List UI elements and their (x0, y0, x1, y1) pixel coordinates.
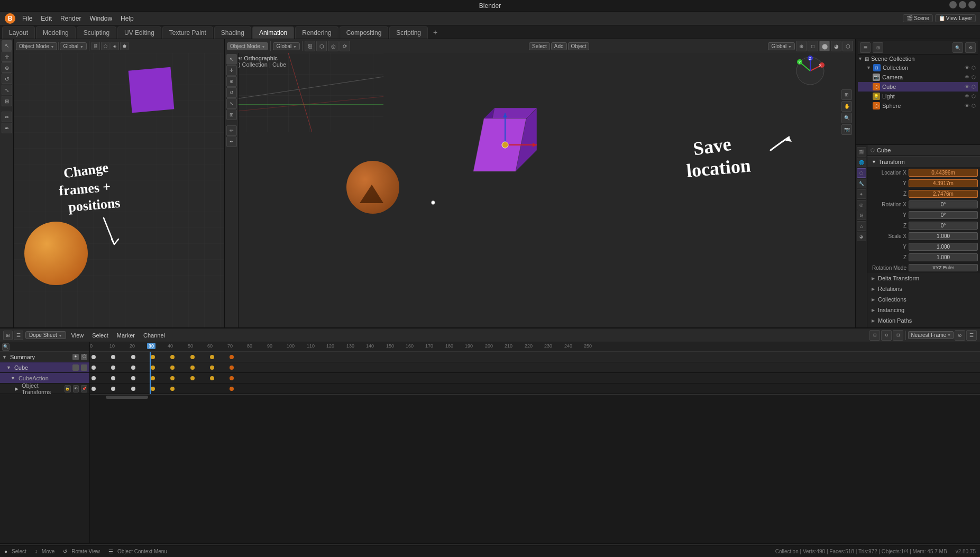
outliner-search-btn[interactable]: 🔍 (952, 42, 963, 53)
outliner-view-btn[interactable]: ☰ (860, 42, 871, 53)
lv-icon3[interactable]: ◈ (111, 42, 119, 50)
dope-filter2-icon[interactable]: ⊡ (893, 330, 903, 341)
mv-shading-material[interactable]: ◕ (831, 41, 841, 51)
tab-shading[interactable]: Shading (214, 26, 251, 39)
dope-type-selector[interactable]: Dope Sheet ▼ (25, 331, 66, 339)
summary-icon[interactable]: ⬡ (81, 354, 87, 360)
vp-camera-icon[interactable]: 📷 (841, 124, 852, 135)
dope-menu-view[interactable]: View (68, 331, 87, 340)
outliner-filter-btn[interactable]: ⊞ (873, 42, 883, 53)
cube-ch-icon[interactable] (81, 364, 87, 371)
collections-section[interactable]: ▶ Collections (867, 294, 980, 305)
lv-icon2[interactable]: ⬡ (101, 42, 109, 50)
tool-transform[interactable]: ⊞ (2, 96, 12, 106)
sc-item-sphere[interactable]: ⬡ Sphere 👁 ⬡ (858, 101, 978, 111)
mv-orientation[interactable]: Global ▼ (768, 42, 795, 50)
tab-uv-editing[interactable]: UV Editing (117, 26, 161, 39)
vp-zoom-icon[interactable]: 🔍 (841, 113, 852, 123)
dope-filter-icon[interactable]: ⊞ (869, 330, 880, 341)
tool-annotate2[interactable]: ✒ (2, 123, 12, 133)
pci-constraints[interactable]: ⛓ (857, 211, 866, 220)
mv-add-menu[interactable]: Add (551, 42, 567, 50)
mv-icon-transform[interactable]: ⟳ (340, 41, 350, 51)
rotation-mode-value[interactable]: XYZ Euler (909, 264, 978, 271)
mv-global[interactable]: Global ▼ (273, 42, 300, 50)
mv-tool-annotate[interactable]: ✏ (226, 125, 237, 136)
tab-modeling[interactable]: Modeling (36, 26, 76, 39)
lv-global[interactable]: Global ▼ (60, 42, 87, 50)
pci-modifiers[interactable]: 🔧 (857, 179, 866, 188)
sphere-render-icon[interactable]: ⬡ (972, 103, 976, 108)
motion-paths-section[interactable]: ▶ Motion Paths (867, 315, 980, 326)
maximize-btn[interactable] (959, 1, 966, 8)
tab-rendering[interactable]: Rendering (295, 26, 338, 39)
scrollbar-thumb[interactable] (106, 396, 148, 399)
sc-item-light[interactable]: 💡 Light 👁 ⬡ (858, 92, 978, 101)
location-x-value[interactable]: 0.44396m (909, 169, 978, 177)
pci-material[interactable]: ◕ (857, 232, 866, 241)
tool-select[interactable]: ↖ (2, 40, 12, 51)
mv-tool-rotate[interactable]: ↺ (226, 87, 237, 98)
interpolation-selector[interactable]: Nearest Frame ▼ (908, 331, 954, 339)
sphere-vis-icon[interactable]: 👁 (965, 103, 969, 108)
tab-sculpting[interactable]: Sculpting (77, 26, 116, 39)
blender-logo[interactable]: B (4, 13, 16, 24)
menu-window[interactable]: Window (85, 14, 116, 23)
sc-collection-icon2[interactable]: ⬡ (972, 65, 976, 70)
sc-item-cube[interactable]: ⬡ Cube 👁 ⬡ (858, 82, 978, 92)
ch-objtransform[interactable]: ▶ Object Transforms 🔒 👁 📌 (0, 383, 89, 394)
pci-particles[interactable]: ✦ (857, 189, 866, 199)
tab-animation[interactable]: Animation (252, 26, 294, 39)
mv-object-menu[interactable]: Object (568, 42, 590, 50)
tab-scripting[interactable]: Scripting (389, 26, 428, 39)
pci-data[interactable]: △ (857, 221, 866, 231)
cube-keys-row[interactable] (90, 362, 980, 373)
tool-rotate[interactable]: ↺ (2, 74, 12, 84)
objtransform-vis[interactable]: 👁 (73, 385, 79, 392)
dope-icon2[interactable]: ☰ (14, 331, 23, 340)
tool-move[interactable]: ⊕ (2, 62, 12, 73)
relations-section[interactable]: ▶ Relations (867, 284, 980, 294)
mv-icon-magnet[interactable]: ⬡ (316, 41, 327, 51)
dope-settings-icon[interactable]: ☰ (966, 330, 977, 341)
dope-menu-select[interactable]: Select (89, 331, 112, 340)
menu-help[interactable]: Help (116, 14, 138, 23)
mv-tool-select[interactable]: ↖ (226, 54, 237, 65)
object-name[interactable]: Cube (877, 147, 977, 153)
dope-icon1[interactable]: ⊞ (3, 331, 13, 340)
objtransform-pin[interactable]: 📌 (81, 385, 87, 392)
ch-search-icon[interactable]: 🔍 (2, 343, 10, 351)
pci-object[interactable]: ⬡ (857, 168, 866, 178)
sc-collection-vis[interactable]: 👁 (965, 65, 969, 70)
cubeaction-keys-row[interactable] (90, 373, 980, 383)
mv-select-menu[interactable]: Select (529, 42, 550, 50)
timeline-scrollbar[interactable] (90, 394, 980, 399)
dope-onion-icon[interactable]: ⊙ (881, 330, 892, 341)
scale-z-value[interactable]: 1.000 (909, 253, 978, 261)
menu-render[interactable]: Render (56, 14, 85, 23)
location-z-value[interactable]: 2.7476m (909, 190, 978, 198)
pci-physics[interactable]: ◎ (857, 200, 866, 209)
scale-x-value[interactable]: 1.000 (909, 232, 978, 240)
light-render-icon[interactable]: ⬡ (972, 94, 976, 99)
add-workspace-btn[interactable]: + (429, 26, 442, 39)
lv-object-mode[interactable]: Object Mode ▼ (16, 42, 57, 50)
rotation-y-value[interactable]: 0° (909, 211, 978, 219)
ch-summary[interactable]: ▼ Summary ● ⬡ (0, 352, 89, 362)
mv-icon-proportional[interactable]: ◎ (328, 41, 338, 51)
objtransform-lock[interactable]: 🔒 (65, 385, 71, 392)
rotation-z-value[interactable]: 0° (909, 222, 978, 230)
mv-overlay-icon[interactable]: ⊕ (796, 41, 807, 51)
menu-file[interactable]: File (18, 14, 36, 23)
location-y-value[interactable]: 4.3917m (909, 179, 978, 187)
cube-render-icon[interactable]: ⬡ (972, 84, 976, 89)
outliner-settings-btn[interactable]: ⚙ (965, 42, 976, 53)
scene-label[interactable]: Scene (914, 15, 929, 21)
mv-tool-cursor[interactable]: ✛ (226, 65, 237, 76)
lv-icon1[interactable]: ⛓ (91, 42, 100, 50)
mv-tool-annotate2[interactable]: ✒ (226, 136, 237, 147)
objtransform-keys-row[interactable] (90, 383, 980, 394)
instancing-section[interactable]: ▶ Instancing (867, 305, 980, 315)
tab-compositing[interactable]: Compositing (340, 26, 389, 39)
sc-item-collection[interactable]: ▼ ⊡ Collection 👁 ⬡ (858, 63, 978, 72)
